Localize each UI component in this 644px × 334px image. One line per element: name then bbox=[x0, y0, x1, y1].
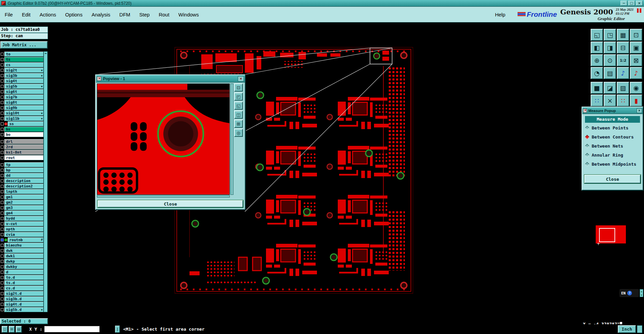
fill-solid[interactable]: ■ bbox=[591, 82, 603, 94]
layer-checkbox[interactable] bbox=[1, 74, 4, 77]
layer-name[interactable]: v-cut bbox=[4, 221, 44, 226]
layer-row-sig6t[interactable]: sig6t bbox=[0, 89, 44, 94]
layer-checkbox[interactable] bbox=[1, 163, 4, 166]
layer-name[interactable]: bs bbox=[4, 127, 44, 132]
layer-name[interactable]: sig3b◆ bbox=[4, 73, 44, 78]
layer-checkbox[interactable] bbox=[1, 297, 4, 300]
maximize-button[interactable]: □ bbox=[628, 1, 635, 6]
view-window[interactable]: ◳ bbox=[604, 29, 616, 41]
layer-row-bs[interactable]: bs bbox=[0, 126, 44, 132]
layer-checkbox[interactable] bbox=[1, 128, 4, 131]
layer-name[interactable]: tp bbox=[4, 162, 44, 167]
layer-name[interactable]: description2 bbox=[4, 184, 44, 189]
layer-row-gm3[interactable]: gm3 bbox=[0, 205, 44, 210]
layer-checkbox[interactable] bbox=[1, 185, 4, 188]
layer-row-hydd[interactable]: hydd bbox=[0, 216, 44, 221]
note-red[interactable]: ♪ bbox=[630, 67, 642, 79]
points-red[interactable]: ∷ bbox=[617, 95, 629, 107]
layer-checkbox[interactable] bbox=[1, 217, 4, 220]
layer-checkbox[interactable] bbox=[1, 222, 4, 225]
layer-name[interactable]: sig10t◆ bbox=[4, 111, 44, 116]
pause-icon[interactable] bbox=[637, 8, 641, 13]
layer-name[interactable]: cs bbox=[4, 62, 44, 67]
menu-actions[interactable]: Actions bbox=[40, 12, 56, 17]
layer-row-d[interactable]: d bbox=[0, 269, 44, 275]
popview-vscrollbar[interactable] bbox=[230, 84, 233, 195]
layer-row-sig2t.d[interactable]: sig2t.d bbox=[0, 291, 44, 296]
layer-checkbox[interactable] bbox=[1, 146, 4, 149]
fill-hatch[interactable]: ▨ bbox=[617, 82, 629, 94]
popview-hscrollbar[interactable] bbox=[97, 195, 230, 198]
job-matrix-button[interactable]: Job Matrix ... bbox=[0, 41, 48, 49]
layer-row-ts[interactable]: ts bbox=[0, 57, 44, 62]
prompt-divider-button[interactable]: | bbox=[115, 326, 120, 333]
layer-checkbox[interactable] bbox=[1, 101, 4, 104]
layer-row-to.d[interactable]: to.d bbox=[0, 275, 44, 280]
layer-name[interactable]: sig2t◆ bbox=[4, 68, 44, 73]
popview-pan[interactable]: ◫ bbox=[234, 111, 243, 119]
layer-name[interactable]: npth bbox=[4, 227, 44, 232]
layer-checkbox[interactable] bbox=[1, 201, 4, 204]
layer-name[interactable]: ss bbox=[8, 121, 44, 126]
layer-row-sig2t[interactable]: sig2t◆ bbox=[0, 67, 44, 73]
language-help-icon[interactable]: ? bbox=[627, 291, 632, 295]
layer-checkbox[interactable] bbox=[1, 133, 4, 136]
zoom-in[interactable]: ⊕ bbox=[591, 54, 603, 66]
center-view[interactable]: ⊙ bbox=[604, 54, 616, 66]
screen-view[interactable]: ⊡ bbox=[630, 29, 642, 41]
layer-name[interactable]: cvia bbox=[4, 232, 44, 237]
layer-name[interactable]: biaozhu bbox=[4, 243, 44, 248]
menu-windows[interactable]: Windows bbox=[178, 12, 199, 17]
layer-name[interactable]: bo bbox=[4, 132, 44, 137]
layer-row-dwk[interactable]: dwk bbox=[0, 248, 44, 253]
layer-checkbox[interactable] bbox=[1, 85, 4, 88]
layer-checkbox[interactable] bbox=[1, 196, 4, 199]
layer-name[interactable]: hydd bbox=[4, 216, 44, 221]
layer-checkbox[interactable] bbox=[1, 90, 4, 93]
popview-close-icon[interactable]: × bbox=[238, 76, 244, 81]
layer-checkbox[interactable] bbox=[1, 265, 4, 268]
layer-row-sig9b[interactable]: sig9b bbox=[0, 105, 44, 110]
status-pointer-button[interactable]: ◫ bbox=[2, 326, 8, 333]
popview-canvas[interactable] bbox=[97, 84, 230, 195]
layer-row-sig3b.d[interactable]: sig3b.d bbox=[0, 296, 44, 301]
layer-checkbox[interactable] bbox=[1, 308, 4, 311]
grid-view[interactable]: ▦ bbox=[617, 29, 629, 41]
layer-row-v-cut[interactable]: v-cut bbox=[0, 221, 44, 226]
erase-tool[interactable]: × bbox=[604, 95, 616, 107]
layer-row-description[interactable]: description bbox=[0, 178, 44, 183]
layer-name[interactable]: rout bbox=[4, 155, 44, 160]
layer-row-sig10t[interactable]: sig10t◆ bbox=[0, 110, 44, 116]
layer-name[interactable]: gm1 bbox=[4, 194, 44, 200]
popview-grid[interactable]: ⊞ bbox=[234, 120, 243, 128]
close-button[interactable]: × bbox=[636, 1, 643, 6]
layer-row-dd[interactable]: dd bbox=[0, 173, 44, 178]
status-grid-button[interactable]: ⊞ bbox=[9, 326, 15, 333]
popview-new[interactable]: ⊡ bbox=[234, 84, 243, 92]
measure-popup-close-icon[interactable]: × bbox=[637, 108, 642, 113]
layer-checkbox[interactable] bbox=[1, 112, 4, 115]
layer-checkbox[interactable] bbox=[1, 122, 4, 125]
layer-checkbox[interactable] bbox=[1, 244, 4, 247]
layer-name[interactable]: sig4t bbox=[4, 78, 44, 84]
layer-row-gm4[interactable]: gm4 bbox=[0, 210, 44, 216]
layer-row-ks1-8nt[interactable]: ks1-8nt bbox=[0, 150, 44, 155]
scale-1-2[interactable]: 1:2 bbox=[617, 54, 629, 66]
popview-center[interactable]: ◎ bbox=[234, 129, 243, 137]
layer-name[interactable]: sig5b.d◆ bbox=[4, 307, 44, 312]
menu-edit[interactable]: Edit bbox=[22, 12, 31, 17]
layer-checkbox[interactable] bbox=[1, 79, 4, 82]
layer-row-2rd[interactable]: 2rd bbox=[0, 144, 44, 150]
rows-tool[interactable]: ▤ bbox=[604, 67, 616, 79]
layer-name[interactable]: drl bbox=[4, 139, 44, 144]
layer-checkbox[interactable] bbox=[1, 212, 4, 215]
layer-checkbox[interactable] bbox=[1, 117, 4, 120]
pan-left[interactable]: ◧ bbox=[591, 42, 603, 54]
layer-checkbox[interactable] bbox=[1, 96, 4, 99]
layer-checkbox[interactable] bbox=[1, 303, 4, 306]
layer-row-ss[interactable]: ss bbox=[0, 121, 44, 126]
layer-row-cs[interactable]: cs bbox=[0, 62, 44, 67]
layer-name[interactable]: to bbox=[4, 52, 44, 57]
layer-row-cs.d[interactable]: cs.d bbox=[0, 285, 44, 291]
layer-name[interactable]: sig2t.d bbox=[4, 291, 44, 296]
